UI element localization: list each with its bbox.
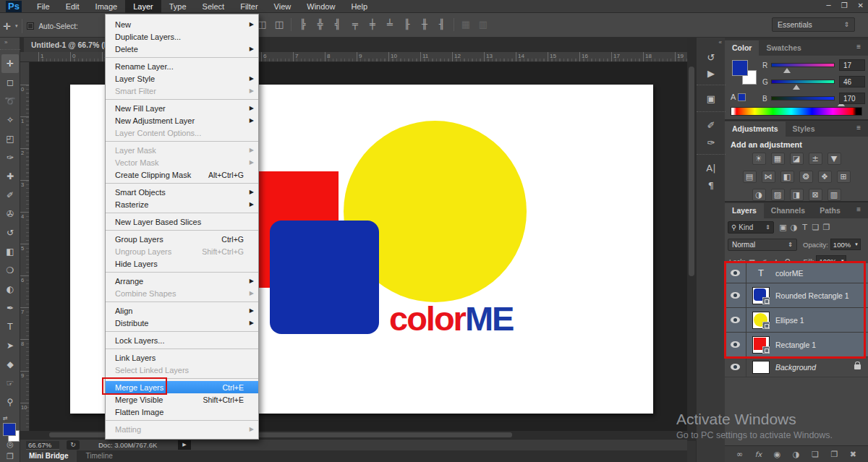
layer-row[interactable]: Ellipse 1 xyxy=(725,308,868,333)
menu-item[interactable]: Layer Style ▶ xyxy=(106,72,258,85)
menu-item[interactable]: Distribute ▶ xyxy=(106,317,258,329)
window-control-button[interactable]: ✕ xyxy=(858,0,864,12)
layer-filter-icon[interactable]: ❏ xyxy=(810,223,821,232)
layer-visibility-toggle[interactable] xyxy=(725,357,746,377)
channel-value-field[interactable]: 17 xyxy=(839,59,865,71)
panel-tab[interactable]: Styles xyxy=(786,121,822,137)
adjustment-icon[interactable]: ◪ xyxy=(790,153,804,165)
dock-panel-icon[interactable]: A| xyxy=(697,154,726,177)
align-icon[interactable]: ╬ xyxy=(315,17,326,32)
menu-item[interactable]: Lock Layers... xyxy=(106,334,258,346)
menu-item[interactable]: Arrange ▶ xyxy=(106,275,258,287)
bottom-panel-tab[interactable]: Timeline xyxy=(77,450,121,462)
menu-item[interactable]: Layer Content Options... xyxy=(106,127,258,139)
menu-item[interactable]: Align ▶ xyxy=(106,304,258,317)
panel-menu-icon[interactable]: ≡ xyxy=(856,43,865,51)
menu-item[interactable]: Combine Shapes ▶ xyxy=(106,287,258,299)
menu-item[interactable] xyxy=(106,230,258,231)
layers-panel-action-icon[interactable]: ∞ xyxy=(736,450,743,459)
tool-button[interactable]: ✑ xyxy=(1,148,19,167)
refresh-icon[interactable]: ↻ xyxy=(67,440,80,450)
align-icon[interactable]: ╧ xyxy=(384,17,396,32)
layer-row[interactable]: Rounded Rectangle 1 xyxy=(725,283,868,308)
menu-item[interactable]: Ungroup Layers Shift+Ctrl+G xyxy=(106,245,258,257)
dock-panel-icon[interactable]: ▶ xyxy=(697,65,726,81)
tool-button[interactable]: ➰ xyxy=(1,92,19,111)
tool-button[interactable]: ◆ xyxy=(1,355,19,374)
menu-item[interactable]: Rasterize ▶ xyxy=(106,198,258,210)
tool-button[interactable]: T xyxy=(1,317,19,336)
layers-panel-action-icon[interactable]: ❏ xyxy=(812,450,819,459)
collapse-toolbar-icon[interactable]: » xyxy=(4,39,7,46)
document-tab[interactable]: Untitled-1 @ 66.7% (R xyxy=(24,38,116,52)
menu-item[interactable]: Delete ▶ xyxy=(106,43,258,55)
align-icon[interactable] xyxy=(291,18,292,31)
blend-mode-dropdown[interactable]: Normal ⇕ xyxy=(728,239,797,251)
tool-button[interactable]: ◐ xyxy=(1,280,19,299)
layer-row[interactable]: Rectangle 1 xyxy=(725,333,868,357)
layer-filter-icon[interactable]: ▣ xyxy=(778,223,788,232)
layer-visibility-toggle[interactable] xyxy=(725,333,746,356)
menu-item[interactable]: Rename Layer... xyxy=(106,60,258,72)
menu-item[interactable] xyxy=(106,348,258,349)
layer-row[interactable]: Background xyxy=(725,357,868,377)
dock-panel-icon[interactable]: ✐ xyxy=(697,111,726,134)
adjustment-icon[interactable]: ☀ xyxy=(752,153,766,165)
menu-item[interactable]: Vector Mask ▶ xyxy=(106,156,258,168)
channel-value-field[interactable]: 170 xyxy=(839,93,865,104)
move-tool-icon[interactable]: ✛ xyxy=(3,21,11,32)
menubar-item[interactable]: Image xyxy=(88,0,126,13)
menu-item[interactable] xyxy=(106,378,258,379)
menu-item[interactable] xyxy=(106,141,258,142)
menu-item[interactable]: Hide Layers xyxy=(106,257,258,270)
menu-item[interactable]: Link Layers xyxy=(106,351,258,364)
tool-button[interactable]: ➤ xyxy=(1,336,19,355)
layer-visibility-toggle[interactable] xyxy=(725,283,746,307)
menu-item[interactable]: Flatten Image xyxy=(106,406,258,418)
align-icon[interactable]: ╤ xyxy=(349,17,361,32)
menu-item[interactable]: New Layer Based Slices xyxy=(106,215,258,228)
menu-item[interactable] xyxy=(106,99,258,100)
menubar-item[interactable]: View xyxy=(266,0,299,13)
layers-panel-action-icon[interactable]: ❐ xyxy=(830,450,838,459)
dock-panel-icon[interactable]: ▣ xyxy=(697,85,726,108)
color-spectrum-bar[interactable] xyxy=(731,107,862,116)
channel-slider[interactable] xyxy=(771,63,835,67)
window-control-button[interactable]: ─ xyxy=(827,0,831,12)
screen-mode-icon[interactable]: ❐ xyxy=(0,452,20,461)
layers-panel-action-icon[interactable]: ◉ xyxy=(774,450,781,459)
tool-button[interactable]: ❍ xyxy=(1,261,19,280)
layers-panel-action-icon[interactable]: ✖ xyxy=(850,450,856,459)
adjustment-icon[interactable]: ⊞ xyxy=(837,171,851,183)
bottom-panel-tab[interactable]: Mini Bridge xyxy=(20,450,77,462)
menubar-item[interactable]: File xyxy=(29,0,58,13)
foreground-color-swatch[interactable] xyxy=(3,423,16,436)
tool-button[interactable]: ◻ xyxy=(1,73,19,92)
panel-menu-icon[interactable]: ≡ xyxy=(856,205,865,213)
channel-slider[interactable] xyxy=(771,96,835,100)
layer-filter-icon[interactable]: ◑ xyxy=(788,223,799,232)
menu-item[interactable]: Duplicate Layers... xyxy=(106,30,258,43)
menu-item[interactable]: Merge Visible Shift+Ctrl+E xyxy=(106,393,258,406)
tool-button[interactable]: ◧ xyxy=(1,242,19,261)
tool-button[interactable]: ✛ xyxy=(1,54,19,73)
tool-button[interactable]: ✚ xyxy=(1,167,19,186)
align-icon[interactable]: ╫ xyxy=(419,17,430,32)
menu-item[interactable]: Create Clipping Mask Alt+Ctrl+G xyxy=(106,168,258,181)
channel-value-field[interactable]: 46 xyxy=(839,76,865,87)
adjustment-icon[interactable]: ▦ xyxy=(771,153,785,165)
panel-tab[interactable]: Layers xyxy=(725,203,764,218)
dock-panel-icon[interactable]: ✑ xyxy=(697,134,726,150)
adjustment-icon[interactable]: ▥ xyxy=(827,189,841,201)
adjustment-icon[interactable]: ▤ xyxy=(743,171,757,183)
adjustment-icon[interactable]: ❂ xyxy=(799,171,813,183)
adjustment-icon[interactable]: ◑ xyxy=(752,189,766,201)
menu-item[interactable] xyxy=(106,272,258,273)
panel-tab[interactable]: Paths xyxy=(812,203,848,218)
panel-menu-icon[interactable]: ≡ xyxy=(856,124,865,132)
zoom-level-field[interactable]: 66.67% xyxy=(26,441,59,450)
menu-item[interactable]: New Adjustment Layer ▶ xyxy=(106,114,258,127)
menu-item[interactable] xyxy=(106,183,258,184)
align-icon[interactable]: ▥ xyxy=(477,17,489,32)
layer-visibility-toggle[interactable] xyxy=(725,263,746,283)
